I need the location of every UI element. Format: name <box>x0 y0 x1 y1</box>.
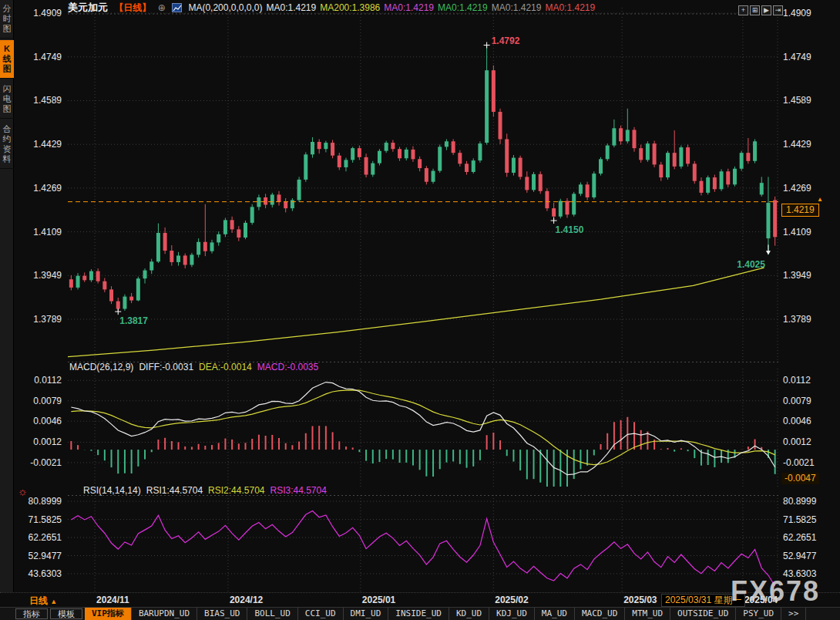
axis-tick-label: 0.0079 <box>783 396 811 406</box>
toolbar-item-vip[interactable]: VIP指标 <box>85 608 132 620</box>
month-label: 2025/02 <box>495 595 528 605</box>
axis-tick-label: 1.3949 <box>33 270 62 281</box>
price-up-arrow-icon: ▲ <box>817 197 823 203</box>
axis-tick-label: 1.4909 <box>783 8 811 19</box>
detach-icon[interactable]: ⇥ <box>773 5 783 15</box>
toolbar-item-barupdn_ud[interactable]: BARUPDN_UD <box>132 608 197 620</box>
rsi-header: RSI(14,14,14)RSI1:44.5704RSI2:44.5704RSI… <box>83 485 332 496</box>
rsi-settings-icon[interactable]: ☼ <box>18 485 28 497</box>
rsi-header-value: RSI1:44.5704 <box>146 485 203 496</box>
axis-tick-label: 1.4109 <box>783 227 811 238</box>
ma-value: MA0:1.4219 <box>438 2 488 13</box>
rsi-header-value: RSI2:44.5704 <box>208 485 264 496</box>
ma-settings-label: MA(0,200,0,0,0,0) <box>188 2 262 13</box>
toolbar-item-outside_ud[interactable]: OUTSIDE_UD <box>670 608 736 620</box>
macd-header-value: MACD:-0.0035 <box>257 362 318 372</box>
axis-tick-label: 43.6303 <box>783 568 816 579</box>
period-badge[interactable]: 【日线】 <box>114 2 151 13</box>
ma-value: MA0:1.4219 <box>384 2 434 13</box>
month-label: 2024/12 <box>230 595 263 605</box>
toolbar-item-kdj_ud[interactable]: KDJ_UD <box>489 608 535 620</box>
toolbar-item-[interactable]: 模板 <box>50 608 82 619</box>
macd-value-tag: -0.0047 <box>781 473 819 484</box>
axis-tick-label: 0.0112 <box>783 375 811 386</box>
axis-tick-label: 0.0012 <box>783 436 811 447</box>
toolbar-item-mtm_ud[interactable]: MTM_UD <box>625 608 670 620</box>
toolbar-item-bias_ud[interactable]: BIAS_UD <box>197 608 247 620</box>
toolbar-item-kd_ud[interactable]: KD_UD <box>449 608 489 620</box>
axis-tick-label: 0.0079 <box>33 396 62 406</box>
toolbar-item-macd_ud[interactable]: MACD_UD <box>575 608 625 620</box>
toolbar-item-boll_ud[interactable]: BOLL_UD <box>247 608 297 620</box>
ma-value: MA0:1.4219 <box>545 2 595 13</box>
crosshair-icon[interactable]: + <box>738 5 748 15</box>
sidebar-item-1[interactable]: K线图 <box>0 40 14 79</box>
sidebar-item-0[interactable]: 分时图 <box>0 0 14 39</box>
axis-tick-label: 1.4749 <box>783 52 811 62</box>
axis-tick-label: 1.3789 <box>33 314 62 325</box>
month-label: 2025/01 <box>362 595 395 605</box>
axis-tick-label: 1.4109 <box>33 227 62 238</box>
month-label: 2025/04 <box>744 595 778 605</box>
axis-tick-label: 0.0012 <box>33 436 62 447</box>
rsi-header-value: RSI3:44.5704 <box>270 485 327 496</box>
zoom-box-icon[interactable]: ⊞ <box>750 5 760 15</box>
toolbar-item-inside_ud[interactable]: INSIDE_UD <box>388 608 449 620</box>
sidebar-item-2[interactable]: 闪电图 <box>0 80 14 119</box>
toolbar-item-psy_ud[interactable]: PSY_UD <box>736 608 781 620</box>
indicator-toolbar: 指标模板VIP指标BARUPDN_UDBIAS_UDBOLL_UDCCI_UDD… <box>0 607 840 620</box>
ma-value: MA200:1.3986 <box>320 2 380 13</box>
sidebar-item-3[interactable]: 合约资料 <box>0 120 14 169</box>
axis-tick-label: -0.0021 <box>783 457 815 468</box>
axis-tick-label: 71.5825 <box>783 514 816 525</box>
axis-tick-label: 0.0046 <box>33 416 62 426</box>
axis-tick-label: 1.4909 <box>33 8 62 19</box>
price-axis-right: 1.49091.47491.45891.44291.42691.41091.39… <box>780 0 840 592</box>
axis-tick-label: 1.4749 <box>33 52 62 62</box>
svg-text:1.4025: 1.4025 <box>737 259 765 270</box>
chart-type-icon[interactable] <box>172 3 182 12</box>
macd-header-value: MACD(26,12,9) <box>69 362 133 372</box>
toolbar-item-cci_ud[interactable]: CCI_UD <box>298 608 344 620</box>
axis-tick-label: 80.8999 <box>29 496 62 507</box>
axis-tick-label: 1.4589 <box>783 95 811 106</box>
time-axis: 日线 ▲ 2024/112024/122025/012025/022025/03… <box>0 592 840 607</box>
period-arrow-icon: ▲ <box>50 598 57 605</box>
axis-tick-label: 80.8999 <box>783 496 816 507</box>
month-label: 2025/03 <box>623 595 657 605</box>
axis-tick-label: 43.6303 <box>29 568 62 579</box>
scroll-right-icon[interactable]: ▶ <box>761 5 771 15</box>
month-label: 2024/11 <box>96 595 129 605</box>
axis-tick-label: 0.0046 <box>783 416 811 426</box>
rsi-canvas[interactable] <box>68 495 778 592</box>
toolbar-item-ma_ud[interactable]: MA_UD <box>535 608 575 620</box>
rsi-header-value: RSI(14,14,14) <box>83 485 141 496</box>
chart-plot-area[interactable]: 1.47921.38171.41501.4025MACD(26,12,9)DIF… <box>68 0 778 592</box>
macd-header: MACD(26,12,9)DIFF:-0.0031DEA:-0.0014MACD… <box>69 362 324 372</box>
window-corner-icons: +⊞▶⇥ <box>737 2 783 15</box>
macd-canvas[interactable] <box>68 369 778 487</box>
axis-tick-label: 71.5825 <box>29 514 62 525</box>
axis-tick-label: 52.9477 <box>29 551 62 561</box>
axis-tick-label: 1.4269 <box>33 183 62 194</box>
axis-tick-label: 52.9477 <box>783 551 816 561</box>
axis-tick-label: 1.4429 <box>783 139 811 150</box>
axis-tick-label: 1.3949 <box>783 270 811 281</box>
add-overlay-icon[interactable]: ⊕ <box>158 2 166 13</box>
main-chart-canvas[interactable]: 1.47921.38171.41501.4025 <box>68 8 778 362</box>
toolbar-item-dmi_ud[interactable]: DMI_UD <box>344 608 389 620</box>
left-sidebar: 分时图K线图闪电图合约资料 <box>0 0 14 620</box>
axis-tick-label: 1.4429 <box>33 139 62 150</box>
macd-header-value: DEA:-0.0014 <box>199 362 252 372</box>
svg-text:1.4792: 1.4792 <box>492 35 520 46</box>
period-selector[interactable]: 日线 ▲ <box>29 595 57 608</box>
axis-tick-label: 62.2651 <box>29 532 62 543</box>
ma-values: MA0:1.4219MA200:1.3986MA0:1.4219MA0:1.42… <box>267 2 600 13</box>
axis-tick-label: 1.4589 <box>33 95 62 106</box>
toolbar-item-[interactable]: 指标 <box>15 608 48 619</box>
macd-header-value: DIFF:-0.0031 <box>139 362 193 372</box>
ma-value: MA0:1.4219 <box>267 2 317 13</box>
toolbar-item-[interactable]: >> <box>781 608 806 620</box>
axis-tick-label: 1.4269 <box>783 183 811 194</box>
ma-value: MA0:1.4219 <box>492 2 542 13</box>
